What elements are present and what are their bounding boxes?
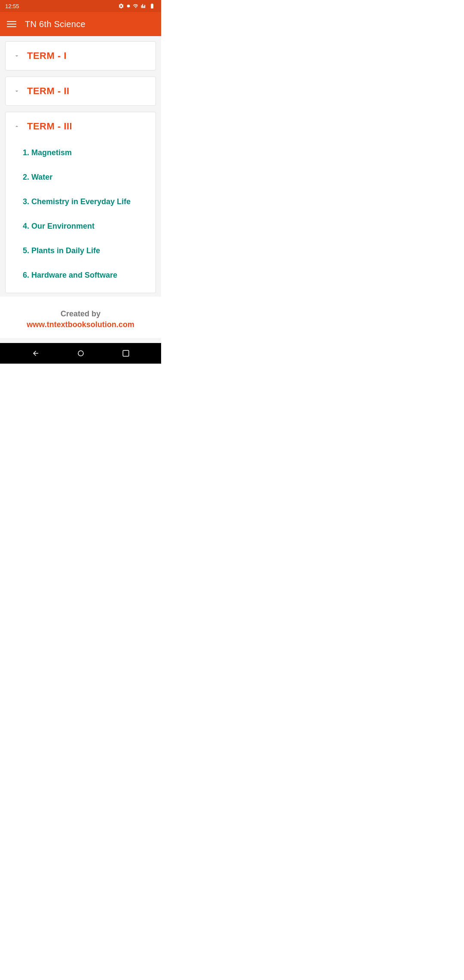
term-3-header[interactable]: TERM - III [6, 112, 156, 141]
chapter-6-item[interactable]: 6. Hardware and Software [23, 263, 149, 288]
main-content: TERM - I TERM - II TERM - III 1 [0, 36, 161, 343]
signal-icon [141, 3, 146, 9]
back-button[interactable] [29, 347, 42, 360]
app-bar-title: TN 6th Science [25, 19, 85, 29]
chapter-4-item[interactable]: 4. Our Environment [23, 214, 149, 239]
term-3-accordion: TERM - III 1. Magnetism 2. Water 3. Chem… [5, 112, 156, 293]
battery-icon [148, 3, 156, 9]
term-2-label: TERM - II [27, 86, 70, 97]
term-2-chevron-down-icon [12, 87, 21, 95]
notification-dot-icon [126, 4, 131, 8]
hamburger-menu-button[interactable] [7, 21, 16, 27]
footer-website-link[interactable]: www.tntextbooksolution.com [9, 320, 153, 329]
chapter-1-item[interactable]: 1. Magnetism [23, 141, 149, 165]
chapter-2-label: 2. Water [23, 173, 52, 181]
chapter-4-label: 4. Our Environment [23, 222, 95, 230]
term-3-chapter-list: 1. Magnetism 2. Water 3. Chemistry in Ev… [6, 141, 156, 293]
footer: Created by www.tntextbooksolution.com [0, 297, 161, 338]
navigation-bar [0, 343, 161, 364]
term-1-accordion: TERM - I [5, 41, 156, 70]
chapter-5-item[interactable]: 5. Plants in Daily Life [23, 239, 149, 263]
term-1-header[interactable]: TERM - I [6, 42, 156, 70]
status-icons [118, 3, 156, 9]
chapter-3-label: 3. Chemistry in Everyday Life [23, 197, 131, 206]
home-button[interactable] [74, 347, 87, 360]
chapter-3-item[interactable]: 3. Chemistry in Everyday Life [23, 190, 149, 214]
settings-icon [118, 3, 124, 9]
chapter-2-item[interactable]: 2. Water [23, 165, 149, 190]
footer-created-by: Created by [61, 309, 101, 318]
app-bar: TN 6th Science [0, 12, 161, 36]
term-1-chevron-down-icon [12, 52, 21, 60]
status-time: 12:55 [5, 3, 19, 9]
term-2-accordion: TERM - II [5, 77, 156, 106]
recents-button[interactable] [119, 347, 132, 360]
chapter-5-label: 5. Plants in Daily Life [23, 246, 100, 255]
svg-point-1 [78, 351, 83, 356]
wifi-icon [133, 3, 139, 9]
svg-rect-2 [123, 350, 129, 356]
term-2-header[interactable]: TERM - II [6, 77, 156, 105]
term-1-label: TERM - I [27, 50, 67, 61]
svg-point-0 [127, 5, 130, 8]
term-3-chevron-up-icon [12, 122, 21, 131]
term-3-label: TERM - III [27, 121, 72, 132]
chapter-1-label: 1. Magnetism [23, 148, 72, 157]
status-bar: 12:55 [0, 0, 161, 12]
chapter-6-label: 6. Hardware and Software [23, 271, 117, 279]
